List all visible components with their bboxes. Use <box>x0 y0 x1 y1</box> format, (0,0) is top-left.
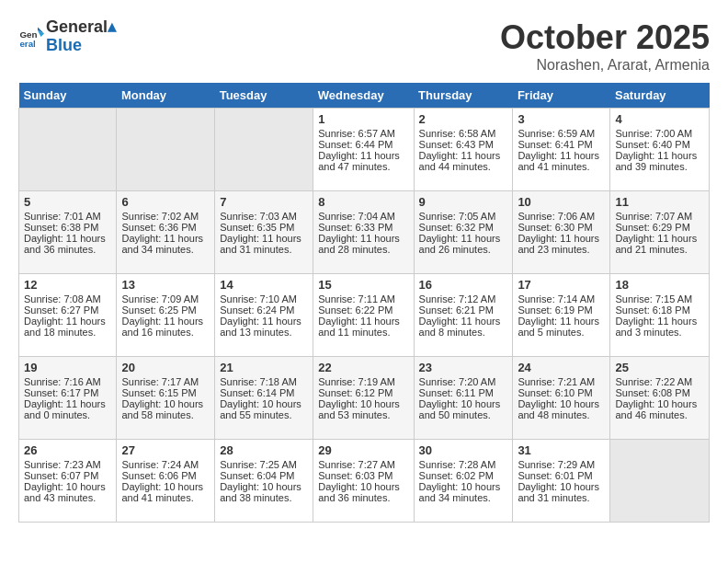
day-info: Sunrise: 7:07 AMSunset: 6:29 PMDaylight:… <box>615 211 697 255</box>
calendar-cell: 12Sunrise: 7:08 AMSunset: 6:27 PMDayligh… <box>19 274 117 357</box>
calendar-cell <box>117 109 215 191</box>
day-number: 25 <box>615 361 704 374</box>
day-number: 22 <box>318 361 408 374</box>
day-number: 10 <box>518 195 605 209</box>
title-block: October 2025 Norashen, Ararat, Armenia <box>500 18 710 74</box>
svg-text:eral: eral <box>19 39 36 49</box>
calendar-cell: 8Sunrise: 7:04 AMSunset: 6:33 PMDaylight… <box>313 191 414 274</box>
day-info: Sunrise: 7:04 AMSunset: 6:33 PMDaylight:… <box>318 211 400 255</box>
col-header-thursday: Thursday <box>414 83 513 109</box>
day-info: Sunrise: 7:18 AMSunset: 6:14 PMDaylight:… <box>220 376 301 420</box>
day-number: 12 <box>24 278 111 292</box>
day-info: Sunrise: 7:08 AMSunset: 6:27 PMDaylight:… <box>24 293 106 338</box>
day-number: 28 <box>220 443 308 457</box>
calendar-cell <box>610 440 710 523</box>
day-info: Sunrise: 6:58 AMSunset: 6:43 PMDaylight:… <box>419 128 501 172</box>
day-info: Sunrise: 7:01 AMSunset: 6:38 PMDaylight:… <box>24 211 106 255</box>
calendar-cell: 5Sunrise: 7:01 AMSunset: 6:38 PMDaylight… <box>19 191 117 274</box>
day-number: 7 <box>220 195 308 209</box>
day-info: Sunrise: 7:14 AMSunset: 6:19 PMDaylight:… <box>518 293 599 338</box>
calendar-cell: 16Sunrise: 7:12 AMSunset: 6:21 PMDayligh… <box>414 274 513 357</box>
day-number: 29 <box>318 443 408 457</box>
day-info: Sunrise: 7:25 AMSunset: 6:04 PMDaylight:… <box>220 459 301 503</box>
day-number: 17 <box>518 278 605 292</box>
week-row-1: 1Sunrise: 6:57 AMSunset: 6:44 PMDaylight… <box>19 109 710 191</box>
calendar-cell: 23Sunrise: 7:20 AMSunset: 6:11 PMDayligh… <box>414 357 513 440</box>
calendar-cell: 19Sunrise: 7:16 AMSunset: 6:17 PMDayligh… <box>19 357 117 440</box>
calendar-cell: 22Sunrise: 7:19 AMSunset: 6:12 PMDayligh… <box>313 357 414 440</box>
col-header-wednesday: Wednesday <box>313 83 414 109</box>
day-number: 24 <box>518 361 605 374</box>
day-info: Sunrise: 7:20 AMSunset: 6:11 PMDaylight:… <box>419 376 501 420</box>
calendar-cell: 7Sunrise: 7:03 AMSunset: 6:35 PMDaylight… <box>215 191 313 274</box>
day-number: 31 <box>518 443 605 457</box>
calendar-cell: 27Sunrise: 7:24 AMSunset: 6:06 PMDayligh… <box>117 440 215 523</box>
page-header: Gen eral General▴ Blue October 2025 Nora… <box>18 18 710 74</box>
day-info: Sunrise: 7:11 AMSunset: 6:22 PMDaylight:… <box>318 293 400 338</box>
day-number: 2 <box>419 112 508 126</box>
day-number: 3 <box>518 112 605 126</box>
logo-text: General▴ Blue <box>46 18 116 55</box>
day-info: Sunrise: 7:29 AMSunset: 6:01 PMDaylight:… <box>518 459 599 503</box>
day-info: Sunrise: 7:00 AMSunset: 6:40 PMDaylight:… <box>615 128 697 172</box>
calendar-cell: 17Sunrise: 7:14 AMSunset: 6:19 PMDayligh… <box>513 274 610 357</box>
calendar-cell: 11Sunrise: 7:07 AMSunset: 6:29 PMDayligh… <box>610 191 710 274</box>
col-header-monday: Monday <box>117 83 215 109</box>
calendar-cell: 1Sunrise: 6:57 AMSunset: 6:44 PMDaylight… <box>313 109 414 191</box>
day-number: 26 <box>24 443 111 457</box>
day-number: 30 <box>419 443 508 457</box>
day-number: 5 <box>24 195 111 209</box>
calendar-cell: 6Sunrise: 7:02 AMSunset: 6:36 PMDaylight… <box>117 191 215 274</box>
day-info: Sunrise: 7:03 AMSunset: 6:35 PMDaylight:… <box>220 211 301 255</box>
location-subtitle: Norashen, Ararat, Armenia <box>500 57 710 74</box>
day-number: 14 <box>220 278 308 292</box>
calendar-cell: 20Sunrise: 7:17 AMSunset: 6:15 PMDayligh… <box>117 357 215 440</box>
day-info: Sunrise: 7:22 AMSunset: 6:08 PMDaylight:… <box>615 376 697 420</box>
day-number: 4 <box>615 112 704 126</box>
calendar-cell: 10Sunrise: 7:06 AMSunset: 6:30 PMDayligh… <box>513 191 610 274</box>
day-info: Sunrise: 7:27 AMSunset: 6:03 PMDaylight:… <box>318 459 400 503</box>
day-info: Sunrise: 7:17 AMSunset: 6:15 PMDaylight:… <box>121 376 203 420</box>
calendar-cell: 21Sunrise: 7:18 AMSunset: 6:14 PMDayligh… <box>215 357 313 440</box>
week-row-4: 19Sunrise: 7:16 AMSunset: 6:17 PMDayligh… <box>19 357 710 440</box>
calendar-cell: 31Sunrise: 7:29 AMSunset: 6:01 PMDayligh… <box>513 440 610 523</box>
day-info: Sunrise: 6:57 AMSunset: 6:44 PMDaylight:… <box>318 128 400 172</box>
logo-icon: Gen eral <box>18 24 44 50</box>
day-info: Sunrise: 7:10 AMSunset: 6:24 PMDaylight:… <box>220 293 301 338</box>
day-info: Sunrise: 7:12 AMSunset: 6:21 PMDaylight:… <box>419 293 501 338</box>
day-number: 6 <box>121 195 210 209</box>
day-info: Sunrise: 7:05 AMSunset: 6:32 PMDaylight:… <box>419 211 501 255</box>
calendar-cell: 26Sunrise: 7:23 AMSunset: 6:07 PMDayligh… <box>19 440 117 523</box>
day-number: 1 <box>318 112 408 126</box>
col-header-friday: Friday <box>513 83 610 109</box>
day-info: Sunrise: 7:23 AMSunset: 6:07 PMDaylight:… <box>24 459 106 503</box>
day-number: 15 <box>318 278 408 292</box>
day-number: 8 <box>318 195 408 209</box>
day-number: 9 <box>419 195 508 209</box>
day-number: 13 <box>121 278 210 292</box>
day-number: 18 <box>615 278 704 292</box>
calendar-cell <box>19 109 117 191</box>
calendar-cell: 25Sunrise: 7:22 AMSunset: 6:08 PMDayligh… <box>610 357 710 440</box>
col-header-tuesday: Tuesday <box>215 83 313 109</box>
day-info: Sunrise: 7:15 AMSunset: 6:18 PMDaylight:… <box>615 293 697 338</box>
col-header-sunday: Sunday <box>19 83 117 109</box>
calendar-cell: 9Sunrise: 7:05 AMSunset: 6:32 PMDaylight… <box>414 191 513 274</box>
calendar-cell: 28Sunrise: 7:25 AMSunset: 6:04 PMDayligh… <box>215 440 313 523</box>
header-row: SundayMondayTuesdayWednesdayThursdayFrid… <box>19 83 710 109</box>
calendar-cell: 13Sunrise: 7:09 AMSunset: 6:25 PMDayligh… <box>117 274 215 357</box>
calendar-cell: 24Sunrise: 7:21 AMSunset: 6:10 PMDayligh… <box>513 357 610 440</box>
day-number: 23 <box>419 361 508 374</box>
day-info: Sunrise: 7:24 AMSunset: 6:06 PMDaylight:… <box>121 459 203 503</box>
calendar-cell: 18Sunrise: 7:15 AMSunset: 6:18 PMDayligh… <box>610 274 710 357</box>
day-number: 21 <box>220 361 308 374</box>
week-row-5: 26Sunrise: 7:23 AMSunset: 6:07 PMDayligh… <box>19 440 710 523</box>
day-number: 20 <box>121 361 210 374</box>
day-number: 11 <box>615 195 704 209</box>
calendar-cell: 29Sunrise: 7:27 AMSunset: 6:03 PMDayligh… <box>313 440 414 523</box>
day-info: Sunrise: 7:19 AMSunset: 6:12 PMDaylight:… <box>318 376 400 420</box>
day-info: Sunrise: 7:28 AMSunset: 6:02 PMDaylight:… <box>419 459 501 503</box>
calendar-cell: 4Sunrise: 7:00 AMSunset: 6:40 PMDaylight… <box>610 109 710 191</box>
day-info: Sunrise: 6:59 AMSunset: 6:41 PMDaylight:… <box>518 128 599 172</box>
day-info: Sunrise: 7:09 AMSunset: 6:25 PMDaylight:… <box>121 293 203 338</box>
